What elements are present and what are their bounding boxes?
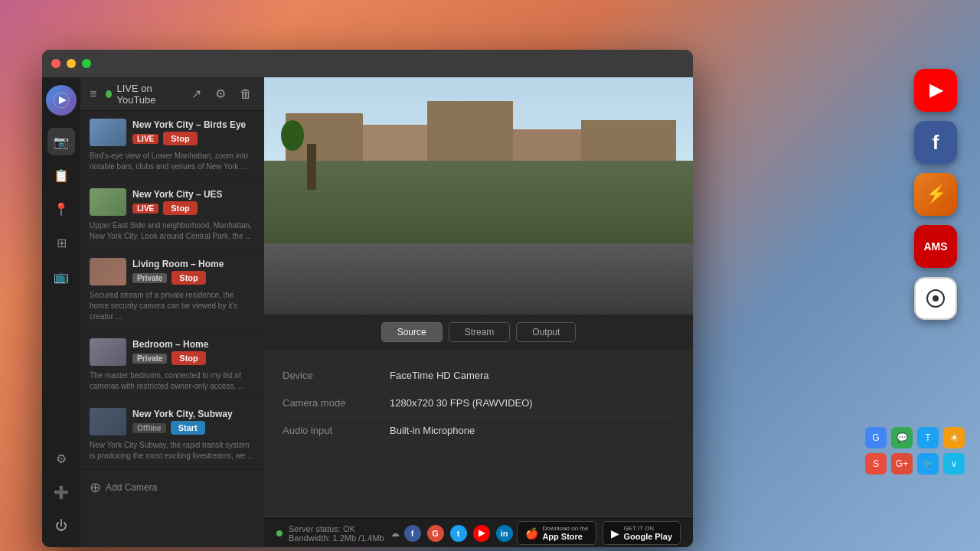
nav-list[interactable]: 📋: [47, 161, 75, 189]
status-badge: Private: [132, 354, 167, 364]
camera-item[interactable]: Living Room – Home Private Stop Secured …: [80, 250, 264, 331]
youtube-social-icon[interactable]: ▶: [473, 525, 490, 542]
camera-desc: New York City Subway, the rapid transit …: [90, 440, 255, 461]
gplus-small-icon[interactable]: G+: [891, 453, 913, 474]
facebook-social-icon[interactable]: f: [404, 525, 421, 542]
svg-marker-3: [59, 96, 67, 104]
camera-name: New York City – Birds Eye: [132, 119, 255, 130]
app-logo[interactable]: [46, 85, 77, 116]
detail-info: Device FaceTime HD Camera Camera mode 12…: [264, 350, 693, 518]
audio-input-label: Audio input: [283, 425, 390, 436]
google-small-icon[interactable]: G: [865, 427, 887, 448]
stop-button[interactable]: Stop: [163, 132, 197, 145]
camera-name: Bedroom – Home: [132, 339, 255, 350]
stumble-small-icon[interactable]: S: [865, 453, 887, 474]
status-left: Server status: OK Bandwidth: 1.2Mb /1.4M…: [276, 524, 400, 543]
cloud-icon: ☁: [390, 528, 400, 539]
trash-button[interactable]: 🗑: [237, 83, 255, 104]
twitter-small-icon[interactable]: 🐦: [917, 453, 939, 474]
main-content: Source Stream Output Device FaceTime HD …: [264, 77, 693, 547]
live-indicator: LIVE on YouTube: [106, 83, 179, 106]
thunder-icon[interactable]: ⚡: [914, 173, 957, 216]
add-camera-button[interactable]: ⊕ Add Camera: [80, 470, 264, 505]
google-social-icon[interactable]: G: [427, 525, 444, 542]
menu-icon[interactable]: ≡: [90, 87, 96, 101]
camera-status-row: Private Stop: [132, 351, 255, 365]
live-dot: [106, 90, 112, 98]
nav-cameras[interactable]: 📷: [47, 128, 75, 155]
linkedin-social-icon[interactable]: in: [496, 525, 513, 542]
live-label: LIVE on YouTube: [116, 83, 179, 106]
vimeo-small-icon[interactable]: v: [943, 453, 965, 474]
camera-meta: New York City – Birds Eye LIVE Stop: [132, 119, 255, 145]
camera-desc: Secured stream of a private residence, t…: [90, 290, 255, 322]
youtube-icon[interactable]: ▶: [914, 69, 957, 112]
nav-location[interactable]: 📍: [47, 195, 75, 223]
tab-source[interactable]: Source: [381, 322, 443, 342]
detail-panel: Source Stream Output Device FaceTime HD …: [264, 315, 693, 518]
facebook-icon[interactable]: f: [914, 121, 957, 164]
server-status: Server status: OK: [289, 524, 384, 533]
settings-button[interactable]: ⚙: [212, 83, 229, 104]
camera-thumb: [90, 188, 126, 216]
street: [264, 243, 693, 315]
camera-item[interactable]: New York City, Subway Offline Start New …: [80, 400, 264, 470]
download-on-label: Download on the: [542, 525, 588, 532]
camera-thumb: [90, 258, 126, 285]
sun-small-icon[interactable]: ☀: [943, 427, 965, 448]
play-icon: ▶: [611, 527, 619, 540]
tab-output[interactable]: Output: [516, 322, 576, 342]
app-store-label: App Store: [542, 532, 588, 541]
video-preview: [264, 77, 693, 315]
camera-status-row: LIVE Stop: [132, 201, 255, 215]
nav-power[interactable]: ⏻: [47, 512, 75, 540]
app-store-badge[interactable]: 🍎 Download on the App Store: [517, 521, 596, 545]
camera-item[interactable]: Bedroom – Home Private Stop The master b…: [80, 331, 264, 400]
device-value: FaceTime HD Camera: [390, 370, 489, 381]
status-badge: Offline: [132, 423, 166, 433]
nav-grid[interactable]: ⊞: [47, 229, 75, 256]
stop-button[interactable]: Stop: [172, 351, 205, 365]
google-play-badge[interactable]: ▶ GET IT ON Google Play: [603, 521, 681, 545]
camera-header: New York City, Subway Offline Start: [90, 408, 255, 435]
camera-desc: Upper East Side and neighborhood, Manhat…: [90, 220, 255, 242]
ams-icon[interactable]: AMS: [914, 225, 957, 268]
thumb-bg: [90, 188, 126, 216]
share-button[interactable]: ↗: [188, 83, 204, 104]
tab-stream[interactable]: Stream: [449, 322, 511, 342]
s5-icon[interactable]: [914, 277, 957, 320]
device-row: Device FaceTime HD Camera: [283, 362, 675, 390]
store-badges: 🍎 Download on the App Store ▶ GET IT ON …: [517, 521, 681, 545]
camera-name: New York City, Subway: [132, 409, 255, 419]
status-indicator: [276, 530, 283, 536]
title-bar: [42, 50, 693, 77]
tabs-row: Source Stream Output: [264, 315, 693, 350]
camera-thumb: [90, 408, 126, 435]
chat-small-icon[interactable]: 💬: [891, 427, 913, 448]
status-bar: Server status: OK Bandwidth: 1.2Mb /1.4M…: [264, 518, 693, 547]
nav-add[interactable]: ➕: [47, 478, 75, 506]
camera-item[interactable]: New York City – UES LIVE Stop Upper East…: [80, 181, 264, 250]
tumblr-small-icon[interactable]: T: [917, 427, 939, 448]
top-bar: ≡ LIVE on YouTube ↗ ⚙ 🗑: [80, 77, 264, 111]
camera-mode-row: Camera mode 980x551 30 FPS (RAWVIDEO): [283, 390, 675, 417]
camera-desc: The master bedroom, connected to my list…: [90, 370, 255, 392]
app-window: 📷 📋 📍 ⊞ 📺 ⚙ ➕ ⏻ ≡ LIVE on YouTube ↗ ⚙: [42, 50, 693, 547]
app-body: 📷 📋 📍 ⊞ 📺 ⚙ ➕ ⏻ ≡ LIVE on YouTube ↗ ⚙: [42, 77, 693, 547]
camera-status-row: LIVE Stop: [132, 132, 255, 145]
camera-item[interactable]: New York City – Birds Eye LIVE Stop Bird…: [80, 111, 264, 181]
stop-button[interactable]: Stop: [172, 271, 205, 285]
street-scene: [264, 77, 693, 315]
status-badge: LIVE: [132, 204, 158, 214]
camera-meta: New York City, Subway Offline Start: [132, 409, 255, 435]
minimize-button[interactable]: [67, 59, 76, 68]
camera-meta: Bedroom – Home Private Stop: [132, 339, 255, 365]
maximize-button[interactable]: [82, 59, 91, 68]
twitter-social-icon[interactable]: t: [450, 525, 467, 542]
nav-monitor[interactable]: 📺: [47, 262, 75, 290]
start-button[interactable]: Start: [171, 421, 205, 435]
camera-panel: ≡ LIVE on YouTube ↗ ⚙ 🗑: [80, 77, 264, 547]
nav-settings[interactable]: ⚙: [47, 445, 75, 472]
close-button[interactable]: [51, 59, 60, 68]
stop-button[interactable]: Stop: [163, 201, 197, 215]
